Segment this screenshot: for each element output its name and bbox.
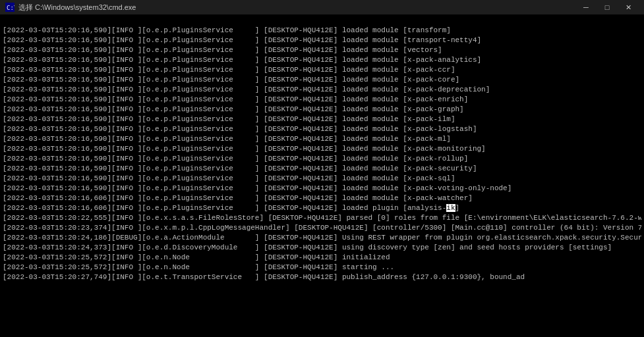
console-line: [2022-03-03T15:20:25,572][INFO ][o.e.n.N… <box>3 263 641 272</box>
console-line: [2022-03-03T15:20:16,590][INFO ][o.e.p.P… <box>3 75 641 85</box>
console-line: [2022-03-03T15:20:16,590][INFO ][o.e.p.P… <box>3 36 641 45</box>
svg-text:C:\: C:\ <box>7 5 15 11</box>
minimize-button[interactable]: ─ <box>575 0 597 14</box>
console-line: [2022-03-03T15:20:16,590][INFO ][o.e.p.P… <box>3 115 641 124</box>
console-line: [2022-03-03T15:20:16,606][INFO ][o.e.p.P… <box>3 203 641 213</box>
console-line: [2022-03-03T15:20:25,572][INFO ][o.e.n.N… <box>3 253 641 263</box>
console-line: [2022-03-03T15:20:24,186][DEBUG][o.e.a.A… <box>3 233 641 243</box>
window-title: 选择 C:\Windows\system32\cmd.exe <box>18 3 136 13</box>
console-line: [2022-03-03T15:20:16,590][INFO ][o.e.p.P… <box>3 134 641 144</box>
console-line: [2022-03-03T15:20:16,590][INFO ][o.e.p.P… <box>3 124 641 134</box>
console-line: [2022-03-03T15:20:16,590][INFO ][o.e.p.P… <box>3 154 641 164</box>
maximize-button[interactable]: □ <box>597 0 618 14</box>
close-button[interactable]: ✕ <box>618 0 639 14</box>
console-line: [2022-03-03T15:20:16,590][INFO ][o.e.p.P… <box>3 26 641 36</box>
console-line: [2022-03-03T15:20:16,590][INFO ][o.e.p.P… <box>3 45 641 55</box>
window-controls: ─ □ ✕ <box>575 0 639 14</box>
console-line: [2022-03-03T15:20:16,590][INFO ][o.e.p.P… <box>3 174 641 184</box>
console-line: [2022-03-03T15:20:23,374][INFO ][o.e.x.m… <box>3 223 641 233</box>
console-line: [2022-03-03T15:20:16,606][INFO ][o.e.p.P… <box>3 194 641 203</box>
console-line: [2022-03-03T15:20:24,373][INFO ][o.e.d.D… <box>3 243 641 253</box>
title-bar: C:\ 选择 C:\Windows\system32\cmd.exe ─ □ ✕ <box>0 0 644 14</box>
console-line: [2022-03-03T15:20:16,590][INFO ][o.e.p.P… <box>3 184 641 194</box>
console-output: [2022-03-03T15:20:16,590][INFO ][o.e.p.P… <box>0 14 644 337</box>
console-line: [2022-03-03T15:20:16,590][INFO ][o.e.p.P… <box>3 95 641 105</box>
console-line: [2022-03-03T15:20:16,590][INFO ][o.e.p.P… <box>3 105 641 115</box>
console-line: [2022-03-03T15:20:16,590][INFO ][o.e.p.P… <box>3 164 641 174</box>
console-line: [2022-03-03T15:20:22,555][INFO ][o.e.x.s… <box>3 213 641 223</box>
console-line: [2022-03-03T15:20:27,749][INFO ][o.e.t.T… <box>3 272 641 282</box>
console-line: [2022-03-03T15:20:16,590][INFO ][o.e.p.P… <box>3 144 641 154</box>
console-line: [2022-03-03T15:20:16,590][INFO ][o.e.p.P… <box>3 65 641 75</box>
console-line: [2022-03-03T15:20:16,590][INFO ][o.e.p.P… <box>3 85 641 95</box>
console-line: [2022-03-03T15:20:16,590][INFO ][o.e.p.P… <box>3 55 641 65</box>
cmd-icon: C:\ <box>5 3 15 12</box>
